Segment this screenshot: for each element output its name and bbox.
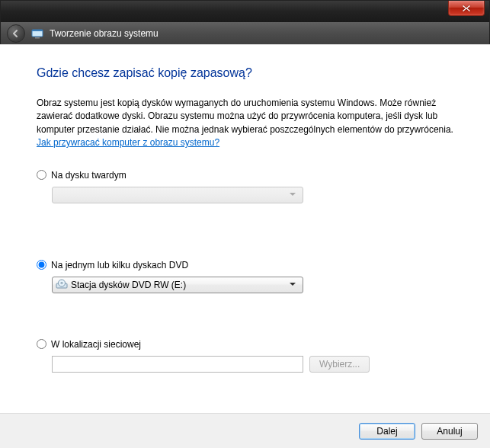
chevron-down-icon (286, 277, 299, 293)
option-network: W lokalizacji sieciowej Wybierz... (37, 339, 460, 373)
disc-icon (56, 279, 68, 291)
hdd-combo (52, 187, 303, 203)
app-icon (31, 27, 43, 40)
browse-button: Wybierz... (309, 356, 370, 373)
close-icon (462, 5, 471, 12)
option-dvd: Na jednym lub kilku dyskach DVD Stacja d… (37, 260, 460, 293)
arrow-left-icon (11, 29, 21, 38)
radio-network-label: W lokalizacji sieciowej (51, 339, 141, 350)
radio-dvd[interactable]: Na jednym lub kilku dyskach DVD (37, 260, 460, 270)
radio-hdd-label: Na dysku twardym (51, 170, 127, 181)
svg-point-5 (61, 282, 62, 283)
dvd-combo-value: Stacja dysków DVD RW (E:) (71, 280, 186, 290)
description-text: Obraz systemu jest kopią dysków wymagany… (37, 97, 460, 150)
footer: Dalej Anuluj (0, 413, 490, 448)
network-path-input (52, 356, 303, 373)
option-hdd: Na dysku twardym (37, 170, 460, 203)
radio-hdd-input[interactable] (37, 170, 46, 180)
radio-network-input[interactable] (37, 339, 46, 349)
header-bar: Tworzenie obrazu systemu (1, 22, 489, 45)
description-body: Obraz systemu jest kopią dysków wymagany… (37, 98, 453, 135)
svg-rect-2 (35, 37, 40, 39)
radio-dvd-label: Na jednym lub kilku dyskach DVD (51, 260, 188, 270)
window-title: Tworzenie obrazu systemu (50, 28, 159, 39)
help-link[interactable]: Jak przywracać komputer z obrazu systemu… (37, 137, 219, 148)
content-area: Gdzie chcesz zapisać kopię zapasową? Obr… (0, 45, 490, 373)
cancel-button[interactable]: Anuluj (421, 423, 478, 440)
svg-rect-1 (32, 30, 43, 31)
titlebar (1, 1, 489, 22)
back-button[interactable] (7, 24, 25, 43)
close-button[interactable] (448, 1, 485, 16)
dvd-combo[interactable]: Stacja dysków DVD RW (E:) (52, 277, 303, 293)
chevron-down-icon (286, 187, 299, 203)
next-button[interactable]: Dalej (359, 423, 415, 440)
radio-hdd[interactable]: Na dysku twardym (37, 170, 460, 181)
radio-dvd-input[interactable] (37, 260, 46, 270)
radio-network[interactable]: W lokalizacji sieciowej (37, 339, 460, 350)
page-heading: Gdzie chcesz zapisać kopię zapasową? (37, 66, 460, 80)
